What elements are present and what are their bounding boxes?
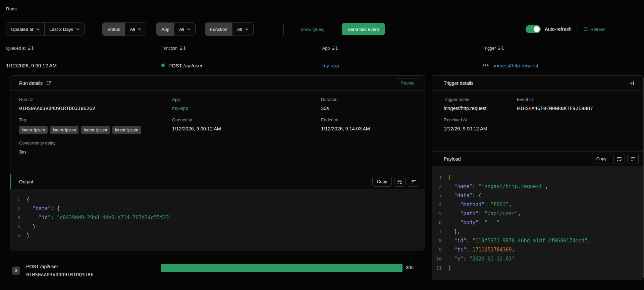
- code-line: 3 "data": {: [432, 191, 643, 200]
- code-line: 7 },: [432, 227, 643, 236]
- concurrency-delay-value: 3m: [19, 149, 172, 155]
- field-run-id: Run ID 01HS0AA03V04D91RTDQ3J862GV: [19, 97, 172, 111]
- chevron-down-icon: [187, 28, 191, 30]
- field-concurrency-delay: Concurrency delay 3m: [19, 140, 172, 155]
- run-details-header: Run details Replay: [10, 76, 425, 91]
- timeline-function-name: POST /api/user: [26, 263, 94, 271]
- code-line: 5 "path": "/api/user",: [432, 209, 643, 218]
- payload-title: Payload: [444, 156, 461, 162]
- line-number: 1: [10, 195, 26, 204]
- refresh-divider: [578, 24, 578, 34]
- duration-value: 30s: [321, 106, 416, 111]
- code-line: 9 "ts": 1711051784369,: [432, 245, 643, 254]
- word-wrap-button[interactable]: [613, 154, 625, 164]
- run-details-panel: Run details Replay Run ID 01HS0AA03V04D9…: [10, 75, 425, 250]
- status-filter-label: Status: [103, 23, 125, 36]
- column-header-trigger[interactable]: Trigger: [483, 46, 504, 51]
- run-id-value: 01HS0AA03V04D91RTDQ3J862GV: [19, 106, 172, 111]
- field-ended-at: Ended at 1/12/2026, 9:14:03 AM: [321, 117, 416, 134]
- field-event-id: Event ID 01HSHA4GT0FN0NRBKTF92E98H7: [517, 97, 632, 111]
- copy-payload-button[interactable]: Copy: [592, 154, 611, 164]
- expand-lines-button[interactable]: [408, 177, 419, 187]
- app-filter-dropdown[interactable]: All: [174, 23, 195, 36]
- code-line: 1{: [432, 173, 643, 182]
- trigger-name-value: inngest/http.request: [444, 106, 517, 111]
- sort-icon: [28, 46, 34, 51]
- runs-table-header: Queued at Function App Trigger: [0, 41, 644, 56]
- app-filter-value: All: [179, 27, 184, 32]
- align-lines-icon: [411, 180, 416, 184]
- code-line: 3 "id": "c8429dd9-29b8-44e6-b714-767d34c…: [10, 213, 425, 222]
- line-number: 4: [432, 200, 448, 209]
- line-number: 8: [432, 236, 448, 245]
- tag-chip: lorem: ipsum: [50, 126, 79, 134]
- run-queued-at: 1/12/2026, 9:00:12 AM: [6, 62, 57, 68]
- replay-button[interactable]: Replay: [396, 78, 419, 88]
- refresh-label: Refresh: [590, 27, 606, 32]
- time-range-dropdown[interactable]: Last 3 Days: [44, 23, 84, 36]
- sort-icon: [180, 46, 186, 51]
- function-filter-dropdown[interactable]: All: [232, 23, 253, 36]
- ended-at-value: 1/12/2026, 9:14:03 AM: [321, 126, 416, 131]
- code-line: 2 "data": {: [10, 204, 425, 213]
- sort-field-dropdown[interactable]: Updated at: [6, 23, 44, 36]
- refresh-controls: Auto-refresh Refresh: [526, 24, 605, 34]
- column-header-function[interactable]: Function: [161, 46, 186, 51]
- chevron-down-icon: [36, 28, 40, 30]
- chevron-down-icon: [76, 28, 79, 30]
- status-filter-dropdown[interactable]: All: [125, 23, 146, 36]
- received-at-value: 1/12/26, 9:00:12 AM: [444, 126, 517, 131]
- status-filter-value: All: [130, 27, 135, 32]
- queued-at-value: 1/12/2026, 9:00:12 AM: [172, 126, 321, 131]
- toggle-knob: [534, 26, 540, 32]
- event-id-value: 01HSHA4GT0FN0NRBKTF92E98H7: [517, 106, 632, 111]
- line-number: 1: [432, 173, 448, 182]
- line-number: 6: [432, 218, 448, 227]
- word-wrap-button[interactable]: [394, 177, 406, 187]
- run-trigger-link[interactable]: inngest/http.request: [483, 62, 538, 68]
- column-header-queued-at[interactable]: Queued at: [6, 46, 34, 51]
- run-app-link[interactable]: my-app: [322, 62, 339, 68]
- timeline-duration-bar[interactable]: [161, 264, 402, 272]
- sort-icon: [498, 46, 504, 51]
- run-timeline: 3 POST /api/user 01HS0AA03V04D91RTDQ3J86…: [10, 261, 425, 290]
- auto-refresh-toggle[interactable]: [526, 25, 541, 33]
- field-received-at: Received At 1/12/26, 9:00:12 AM: [444, 117, 517, 131]
- timeline-step-label[interactable]: POST /api/user 01HS0AA03V04D91RTDQ3J86: [26, 263, 94, 279]
- chevron-down-icon: [138, 28, 141, 30]
- code-line: 8 "id": "119f5971-9878-46bd-a18f-4f06801…: [432, 236, 643, 245]
- chevron-down-icon: [245, 28, 249, 30]
- code-line: 4 "method": "POST",: [432, 200, 643, 209]
- run-row[interactable]: 1/12/2026, 9:00:12 AM POST /api/user my-…: [0, 56, 644, 74]
- filter-bar: Updated at Last 3 Days Status All App Al…: [0, 18, 644, 40]
- code-line: 2 "name": "inngest/http.request",: [432, 182, 643, 191]
- collapse-right-icon: [629, 81, 634, 85]
- field-trigger-name: Trigger name inngest/http.request: [444, 97, 517, 111]
- refresh-icon: [583, 27, 588, 32]
- code-line: 6 "body": "...": [432, 218, 643, 227]
- payload-actions: Copy: [592, 154, 639, 164]
- show-query-button[interactable]: Show Query: [301, 27, 325, 32]
- align-lines-icon: [631, 157, 636, 161]
- trigger-details-fields: Trigger name inngest/http.request Event …: [432, 91, 643, 151]
- trigger-event-icon: [483, 63, 491, 68]
- sort-time-filter: Updated at Last 3 Days: [6, 22, 85, 36]
- payload-code-block: 1{2 "name": "inngest/http.request",3 "da…: [432, 166, 643, 280]
- trigger-details-header: Trigger details: [432, 76, 643, 91]
- code-line: 10 "v": "2026-01-12.01": [432, 254, 643, 264]
- title-bar: Runs: [0, 0, 644, 18]
- external-link-icon[interactable]: [46, 80, 51, 85]
- send-test-event-button[interactable]: Send test event: [342, 23, 385, 35]
- line-number: 10: [432, 254, 448, 264]
- refresh-button[interactable]: Refresh: [583, 27, 606, 32]
- run-function: POST /api/user: [161, 62, 203, 68]
- app-link[interactable]: my-app: [172, 106, 321, 111]
- copy-output-button[interactable]: Copy: [372, 177, 392, 187]
- expand-lines-button[interactable]: [627, 154, 639, 164]
- code-line: 1{: [10, 195, 425, 204]
- page-title: Runs: [6, 6, 17, 11]
- field-app: App my-app: [172, 97, 321, 111]
- function-filter-label: Function: [205, 23, 232, 36]
- column-header-app[interactable]: App: [322, 46, 338, 51]
- collapse-panel-button[interactable]: [628, 80, 635, 86]
